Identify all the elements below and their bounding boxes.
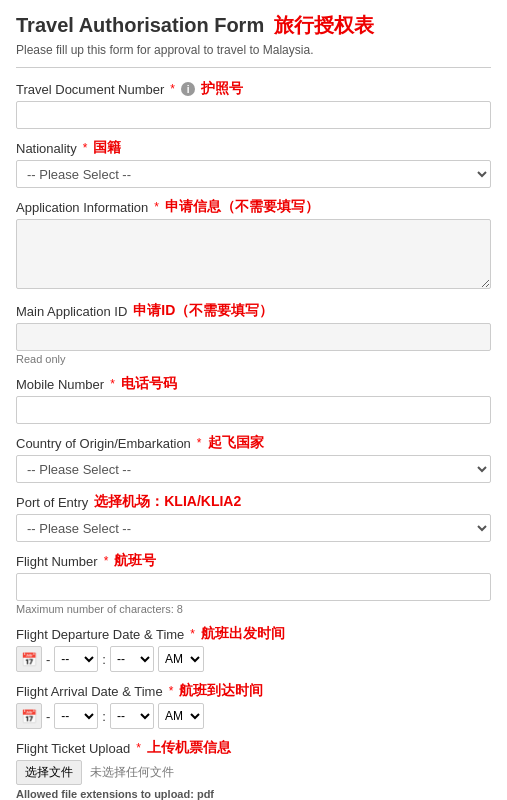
app-info-textarea[interactable]	[16, 219, 491, 289]
app-info-group: Application Information * 申请信息（不需要填写）	[16, 198, 491, 292]
app-info-label-cn: 申请信息（不需要填写）	[165, 198, 319, 216]
app-info-label: Application Information * 申请信息（不需要填写）	[16, 198, 491, 216]
country-origin-label-en: Country of Origin/Embarkation	[16, 436, 191, 451]
travel-doc-required-star: *	[170, 82, 175, 96]
header-divider	[16, 67, 491, 68]
travel-doc-info-icon[interactable]: i	[181, 82, 195, 96]
main-app-id-readonly-note: Read only	[16, 353, 491, 365]
flight-arrival-ampm-select[interactable]: AM PM	[158, 703, 204, 729]
flight-departure-label: Flight Departure Date & Time * 航班出发时间	[16, 625, 491, 643]
flight-arrival-label-en: Flight Arrival Date & Time	[16, 684, 163, 699]
flight-departure-minute-select[interactable]: --	[110, 646, 154, 672]
port-entry-group: Port of Entry 选择机场：KLIA/KLIA2 -- Please …	[16, 493, 491, 542]
ticket-upload-file-row: 选择文件 未选择任何文件	[16, 760, 491, 785]
flight-departure-ampm-select[interactable]: AM PM	[158, 646, 204, 672]
ticket-upload-button[interactable]: 选择文件	[16, 760, 82, 785]
flight-departure-colon: :	[102, 652, 106, 667]
flight-departure-label-cn: 航班出发时间	[201, 625, 285, 643]
flight-number-label-en: Flight Number	[16, 554, 98, 569]
ticket-upload-group: Flight Ticket Upload * 上传机票信息 选择文件 未选择任何…	[16, 739, 491, 800]
flight-departure-required-star: *	[190, 627, 195, 641]
allowed-types: pdf	[197, 788, 214, 800]
flight-departure-label-en: Flight Departure Date & Time	[16, 627, 184, 642]
ticket-upload-label-en: Flight Ticket Upload	[16, 741, 130, 756]
ticket-upload-allowed-note: Allowed file extensions to upload: pdf	[16, 788, 491, 800]
flight-arrival-required-star: *	[169, 684, 174, 698]
nationality-label-en: Nationality	[16, 141, 77, 156]
country-origin-label-cn: 起飞国家	[208, 434, 264, 452]
travel-doc-input[interactable]	[16, 101, 491, 129]
travel-doc-label: Travel Document Number * i 护照号	[16, 80, 491, 98]
country-origin-required-star: *	[197, 436, 202, 450]
flight-arrival-datetime-row: 📅 - -- : -- AM PM	[16, 703, 491, 729]
main-app-id-input	[16, 323, 491, 351]
port-entry-label-cn: 选择机场：KLIA/KLIA2	[94, 493, 241, 511]
app-info-required-star: *	[154, 200, 159, 214]
country-origin-group: Country of Origin/Embarkation * 起飞国家 -- …	[16, 434, 491, 483]
flight-number-char-note: Maximum number of characters: 8	[16, 603, 491, 615]
port-entry-label-en: Port of Entry	[16, 495, 88, 510]
port-entry-label: Port of Entry 选择机场：KLIA/KLIA2	[16, 493, 491, 511]
mobile-number-input[interactable]	[16, 396, 491, 424]
flight-arrival-group: Flight Arrival Date & Time * 航班到达时间 📅 - …	[16, 682, 491, 729]
travel-doc-label-cn: 护照号	[201, 80, 243, 98]
nationality-label-cn: 国籍	[93, 139, 121, 157]
travel-doc-label-en: Travel Document Number	[16, 82, 164, 97]
flight-arrival-calendar-icon[interactable]: 📅	[16, 703, 42, 729]
flight-departure-datetime-row: 📅 - -- : -- AM PM	[16, 646, 491, 672]
ticket-upload-required-star: *	[136, 741, 141, 755]
flight-arrival-minute-select[interactable]: --	[110, 703, 154, 729]
flight-number-group: Flight Number * 航班号 Maximum number of ch…	[16, 552, 491, 615]
flight-arrival-dash1: -	[46, 709, 50, 724]
nationality-required-star: *	[83, 141, 88, 155]
mobile-number-label: Mobile Number * 电话号码	[16, 375, 491, 393]
flight-departure-hour-select[interactable]: --	[54, 646, 98, 672]
mobile-number-label-en: Mobile Number	[16, 377, 104, 392]
main-app-id-group: Main Application ID 申请ID（不需要填写） Read onl…	[16, 302, 491, 365]
form-title-cn: 旅行授权表	[274, 12, 374, 39]
flight-arrival-hour-select[interactable]: --	[54, 703, 98, 729]
app-info-label-en: Application Information	[16, 200, 148, 215]
flight-number-label: Flight Number * 航班号	[16, 552, 491, 570]
mobile-number-label-cn: 电话号码	[121, 375, 177, 393]
travel-doc-group: Travel Document Number * i 护照号	[16, 80, 491, 129]
flight-arrival-label: Flight Arrival Date & Time * 航班到达时间	[16, 682, 491, 700]
flight-arrival-label-cn: 航班到达时间	[179, 682, 263, 700]
nationality-select[interactable]: -- Please Select --	[16, 160, 491, 188]
main-app-id-label-cn: 申请ID（不需要填写）	[133, 302, 273, 320]
main-app-id-label: Main Application ID 申请ID（不需要填写）	[16, 302, 491, 320]
country-origin-select[interactable]: -- Please Select --	[16, 455, 491, 483]
nationality-group: Nationality * 国籍 -- Please Select --	[16, 139, 491, 188]
flight-arrival-colon: :	[102, 709, 106, 724]
flight-departure-dash1: -	[46, 652, 50, 667]
port-entry-select[interactable]: -- Please Select --	[16, 514, 491, 542]
ticket-upload-label-cn: 上传机票信息	[147, 739, 231, 757]
country-origin-label: Country of Origin/Embarkation * 起飞国家	[16, 434, 491, 452]
flight-number-label-cn: 航班号	[114, 552, 156, 570]
mobile-number-required-star: *	[110, 377, 115, 391]
flight-number-input[interactable]	[16, 573, 491, 601]
nationality-label: Nationality * 国籍	[16, 139, 491, 157]
mobile-number-group: Mobile Number * 电话号码	[16, 375, 491, 424]
flight-departure-calendar-icon[interactable]: 📅	[16, 646, 42, 672]
ticket-upload-no-file: 未选择任何文件	[90, 764, 174, 781]
form-subtitle: Please fill up this form for approval to…	[16, 43, 491, 57]
flight-departure-group: Flight Departure Date & Time * 航班出发时间 📅 …	[16, 625, 491, 672]
main-app-id-label-en: Main Application ID	[16, 304, 127, 319]
flight-number-required-star: *	[104, 554, 109, 568]
ticket-upload-label: Flight Ticket Upload * 上传机票信息	[16, 739, 491, 757]
allowed-note-text: Allowed file extensions to upload:	[16, 788, 194, 800]
form-title-en: Travel Authorisation Form	[16, 14, 264, 37]
